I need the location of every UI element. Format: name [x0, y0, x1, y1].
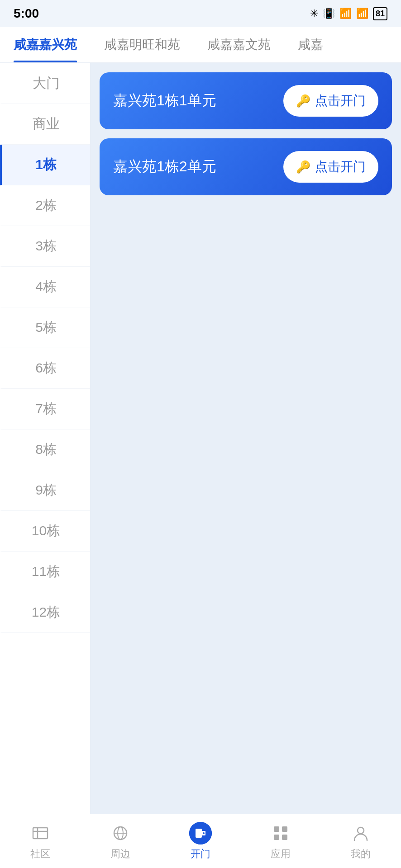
svg-point-14 [358, 827, 364, 834]
sidebar-item-gate[interactable]: 大门 [0, 63, 90, 104]
key-icon: 🔑 [296, 94, 310, 108]
main-content: 大门 商业 1栋 2栋 3栋 4栋 5栋 6栋 7栋 8栋 9栋 [0, 63, 401, 814]
top-tabs: 咸嘉嘉兴苑 咸嘉明旺和苑 咸嘉嘉文苑 咸嘉 [0, 27, 401, 63]
sidebar-item-b10[interactable]: 10栋 [0, 511, 90, 552]
opendoor-icon [189, 822, 212, 844]
sidebar-item-b11[interactable]: 11栋 [0, 552, 90, 592]
open-door-btn-unit2[interactable]: 🔑 点击开门 [283, 151, 378, 183]
door-card-unit1-title: 嘉兴苑1栋1单元 [113, 91, 216, 111]
wifi-icon: 📶 [339, 8, 352, 19]
sidebar-item-b6[interactable]: 6栋 [0, 348, 90, 389]
svg-rect-10 [274, 826, 279, 832]
mine-icon [349, 822, 372, 844]
right-content: 嘉兴苑1栋1单元 🔑 点击开门 嘉兴苑1栋2单元 🔑 点击开门 [91, 63, 401, 814]
sidebar-item-b12[interactable]: 12栋 [0, 592, 90, 633]
nav-item-opendoor[interactable]: 开门 [160, 814, 240, 868]
status-icons: ✳ 📳 📶 📶 81 [310, 7, 387, 20]
tab-jw[interactable]: 咸嘉嘉文苑 [194, 27, 284, 62]
open-door-btn-unit2-label: 点击开门 [315, 158, 366, 175]
nearby-icon [109, 822, 132, 844]
sidebar-item-commercial[interactable]: 商业 [0, 104, 90, 145]
svg-rect-11 [282, 826, 287, 832]
svg-point-9 [203, 832, 205, 834]
sidebar-item-b3[interactable]: 3栋 [0, 226, 90, 267]
nav-item-apps[interactable]: 应用 [241, 814, 321, 868]
sidebar-item-b9[interactable]: 9栋 [0, 470, 90, 511]
door-card-unit2: 嘉兴苑1栋2单元 🔑 点击开门 [100, 138, 392, 195]
key-icon-2: 🔑 [296, 160, 310, 174]
sidebar: 大门 商业 1栋 2栋 3栋 4栋 5栋 6栋 7栋 8栋 9栋 [0, 63, 91, 814]
nav-label-mine: 我的 [351, 847, 371, 861]
sidebar-item-b7[interactable]: 7栋 [0, 389, 90, 429]
nav-item-mine[interactable]: 我的 [321, 814, 401, 868]
nav-label-community: 社区 [30, 847, 50, 861]
door-card-unit2-title: 嘉兴苑1栋2单元 [113, 157, 216, 177]
vibrate-icon: 📳 [323, 8, 335, 19]
signal-icon: 📶 [356, 8, 368, 19]
sidebar-item-b5[interactable]: 5栋 [0, 307, 90, 348]
tab-jx[interactable]: 咸嘉嘉兴苑 [0, 27, 91, 62]
nav-label-opendoor: 开门 [191, 847, 210, 861]
community-icon [29, 822, 52, 844]
svg-rect-12 [274, 835, 279, 840]
apps-icon [269, 822, 292, 844]
tab-mwh[interactable]: 咸嘉明旺和苑 [91, 27, 194, 62]
nav-item-community[interactable]: 社区 [0, 814, 80, 868]
svg-rect-0 [33, 828, 48, 839]
nav-label-nearby: 周边 [110, 847, 130, 861]
open-door-btn-unit1-label: 点击开门 [315, 92, 366, 109]
bottom-nav: 社区 周边 开门 [0, 814, 401, 868]
nav-item-nearby[interactable]: 周边 [80, 814, 160, 868]
bluetooth-icon: ✳ [310, 8, 318, 19]
sidebar-item-b4[interactable]: 4栋 [0, 267, 90, 307]
status-time: 5:00 [14, 6, 39, 21]
open-door-btn-unit1[interactable]: 🔑 点击开门 [283, 85, 378, 117]
sidebar-item-b2[interactable]: 2栋 [0, 185, 90, 226]
status-bar: 5:00 ✳ 📳 📶 📶 81 [0, 0, 401, 27]
tab-other[interactable]: 咸嘉 [284, 27, 337, 62]
sidebar-item-b1[interactable]: 1栋 [0, 145, 90, 185]
svg-rect-7 [196, 829, 202, 838]
battery-icon: 81 [373, 7, 387, 20]
svg-rect-13 [282, 835, 287, 840]
sidebar-item-b8[interactable]: 8栋 [0, 429, 90, 470]
door-card-unit1: 嘉兴苑1栋1单元 🔑 点击开门 [100, 72, 392, 129]
nav-label-apps: 应用 [271, 847, 291, 861]
